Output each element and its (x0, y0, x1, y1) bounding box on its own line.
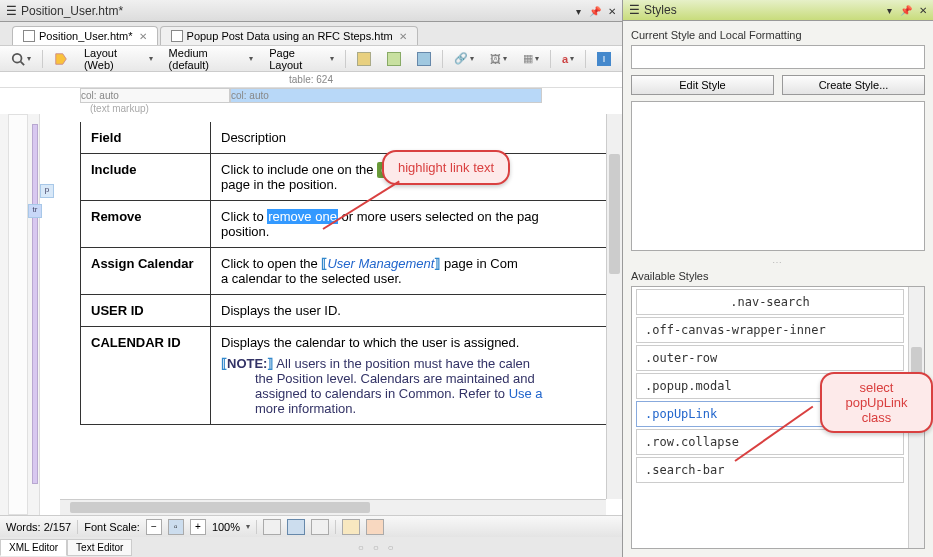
search-button[interactable]: ▾ (6, 49, 36, 69)
tr-marker: tr (28, 204, 42, 218)
zoom-reset-button[interactable]: ▫ (168, 519, 184, 535)
image-button[interactable]: 🖼▾ (485, 50, 512, 68)
text-editor-tab[interactable]: Text Editor (67, 539, 132, 556)
view-mode-1[interactable] (263, 519, 281, 535)
desc-cell[interactable]: Displays the calendar to which the user … (211, 327, 607, 425)
style-item-row-collapse[interactable]: .row.collapse (636, 429, 904, 455)
field-cell: USER ID (81, 295, 211, 327)
field-cell: CALENDAR ID (81, 327, 211, 425)
field-cell: Include (81, 154, 211, 201)
style-item-search-bar[interactable]: .search-bar (636, 457, 904, 483)
callout-select: select popUpLink class (820, 372, 933, 433)
tab-close-icon[interactable]: ✕ (399, 31, 407, 42)
font-scale-label: Font Scale: (84, 521, 140, 533)
tab-label: Position_User.htm* (39, 30, 133, 42)
tab-label: Popup Post Data using an RFC Steps.htm (187, 30, 393, 42)
zoom-value: 100% (212, 521, 240, 533)
style-item-nav-search[interactable]: .nav-search (636, 289, 904, 315)
col-header-2[interactable]: col: auto (230, 88, 542, 103)
link-button[interactable]: 🔗▾ (449, 49, 479, 68)
desc-cell: Description (211, 122, 607, 154)
styles-titlebar: ☰ Styles ▾ 📌 ✕ (623, 0, 933, 21)
col-header-1[interactable]: col: auto (80, 88, 230, 103)
edit-style-button[interactable]: Edit Style (631, 75, 774, 95)
medium-dropdown[interactable]: Medium (default) ▾ (164, 44, 259, 74)
style-item-off-canvas[interactable]: .off-canvas-wrapper-inner (636, 317, 904, 343)
desc-cell[interactable]: Click to remove one or more users select… (211, 201, 607, 248)
editor-toolbar: ▾ Layout (Web) ▾ Medium (default) ▾ Page… (0, 46, 622, 72)
horizontal-scrollbar[interactable] (60, 499, 606, 515)
view-mode-3[interactable] (311, 519, 329, 535)
link-text[interactable]: Use a (509, 386, 543, 401)
table-row: Include Click to include one on the dsp … (81, 154, 607, 201)
link-text[interactable]: User Management (327, 256, 434, 271)
field-cell: Assign Calendar (81, 248, 211, 295)
p-marker: p (40, 184, 54, 198)
create-style-button[interactable]: Create Style... (782, 75, 925, 95)
window-controls: ▾ 📌 ✕ (572, 4, 616, 18)
editor-pane: ☰ Position_User.htm* ▾ 📌 ✕ Position_User… (0, 0, 623, 557)
text-a-button[interactable]: a▾ (557, 50, 579, 68)
dropdown-icon[interactable]: ▾ (576, 6, 581, 17)
document-tabs: Position_User.htm* ✕ Popup Post Data usi… (0, 22, 622, 46)
splitter-grip[interactable]: ⋯ (631, 257, 925, 268)
available-styles-label: Available Styles (631, 270, 925, 282)
callout-highlight: highlight link text (382, 150, 510, 185)
svg-line-1 (21, 61, 25, 65)
desc-cell[interactable]: Displays the user ID. (211, 295, 607, 327)
field-description-table: FieldDescription Include Click to includ… (80, 122, 606, 425)
page-layout-dropdown[interactable]: Page Layout ▾ (264, 44, 339, 74)
styles-icon: ☰ (629, 3, 640, 17)
table-row: USER ID Displays the user ID. (81, 295, 607, 327)
file-icon (171, 30, 183, 42)
zoom-dropdown[interactable]: ▾ (246, 522, 250, 531)
layout-dropdown[interactable]: Layout (Web) ▾ (79, 44, 158, 74)
pin-icon[interactable]: 📌 (900, 5, 912, 16)
tab-active[interactable]: Position_User.htm* ✕ (12, 26, 158, 45)
snippet-button[interactable]: ▦▾ (518, 49, 544, 68)
table-ruler: table: 624 (0, 72, 622, 88)
field-cell: Remove (81, 201, 211, 248)
svg-point-0 (13, 53, 22, 62)
dropdown-icon[interactable]: ▾ (887, 5, 892, 16)
view-option-1[interactable] (342, 519, 360, 535)
current-style-box[interactable] (631, 45, 925, 69)
structure-gutter: p tr (0, 114, 40, 515)
desc-cell[interactable]: Click to open the ⟦User Management⟧ page… (211, 248, 607, 295)
insert-button-1[interactable] (352, 49, 376, 69)
styles-title: Styles (644, 3, 883, 17)
file-icon (23, 30, 35, 42)
editor-titlebar: ☰ Position_User.htm* ▾ 📌 ✕ (0, 0, 622, 22)
pin-icon[interactable]: 📌 (589, 6, 601, 17)
current-style-label: Current Style and Local Formatting (631, 29, 925, 41)
field-cell: Field (81, 122, 211, 154)
grip-icon[interactable]: ○ ○ ○ (132, 542, 622, 553)
insert-button-2[interactable] (382, 49, 406, 69)
zoom-in-button[interactable]: + (190, 519, 206, 535)
view-mode-2[interactable] (287, 519, 305, 535)
index-button[interactable]: I (592, 49, 616, 69)
close-icon[interactable]: ✕ (919, 5, 927, 16)
editor-title: Position_User.htm* (21, 4, 572, 18)
styles-pane: ☰ Styles ▾ 📌 ✕ Current Style and Local F… (623, 0, 933, 557)
style-item-outer-row[interactable]: .outer-row (636, 345, 904, 371)
editor-mode-tabs: XML Editor Text Editor ○ ○ ○ (0, 537, 622, 557)
insert-button-3[interactable] (412, 49, 436, 69)
highlighted-text[interactable]: remove one (267, 209, 338, 224)
table-row: CALENDAR ID Displays the calendar to whi… (81, 327, 607, 425)
vertical-scrollbar[interactable] (606, 114, 622, 499)
close-icon[interactable]: ✕ (608, 6, 616, 17)
editor-body: p tr FieldDescription Include Click to i… (0, 114, 622, 515)
tab-inactive[interactable]: Popup Post Data using an RFC Steps.htm ✕ (160, 26, 418, 45)
style-preview (631, 101, 925, 251)
tab-close-icon[interactable]: ✕ (139, 31, 147, 42)
xml-editor-tab[interactable]: XML Editor (0, 539, 67, 556)
zoom-out-button[interactable]: − (146, 519, 162, 535)
word-count: Words: 2/157 (6, 521, 71, 533)
view-option-2[interactable] (366, 519, 384, 535)
table-row: FieldDescription (81, 122, 607, 154)
table-row: Remove Click to remove one or more users… (81, 201, 607, 248)
status-bar: Words: 2/157 Font Scale: − ▫ + 100% ▾ (0, 515, 622, 537)
tag-button[interactable] (49, 49, 73, 69)
content-area[interactable]: FieldDescription Include Click to includ… (60, 114, 606, 515)
